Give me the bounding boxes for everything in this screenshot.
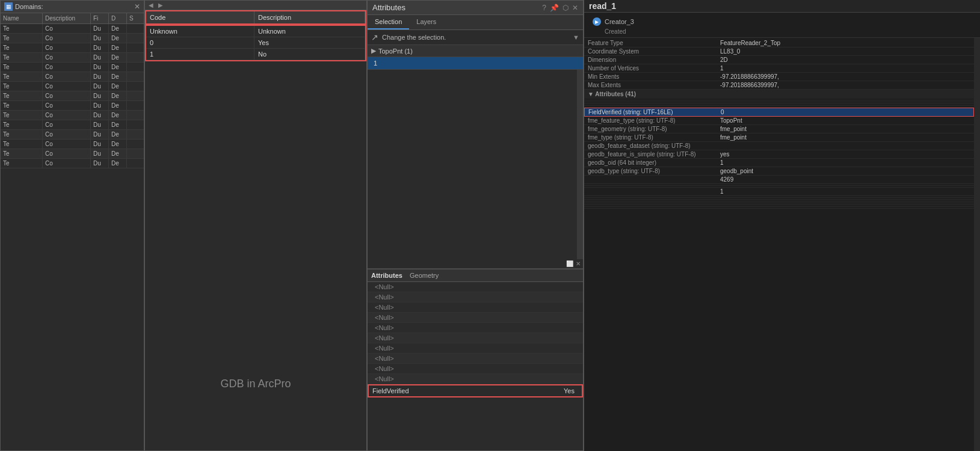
domains-cell-fi: Du bbox=[91, 140, 109, 149]
tab-layers[interactable]: Layers bbox=[409, 15, 443, 29]
dropdown-arrow-icon[interactable]: ▼ bbox=[573, 34, 579, 41]
code-col-desc[interactable]: Description bbox=[254, 11, 365, 23]
domains-cell-d: De bbox=[109, 34, 127, 43]
domains-col-s: S bbox=[127, 13, 145, 23]
null-row: <Null> bbox=[368, 282, 583, 292]
right-scrollbar[interactable] bbox=[974, 38, 980, 451]
domains-cell-d: De bbox=[109, 111, 127, 120]
attributes-title: Attributes bbox=[372, 3, 538, 12]
domains-cell-desc: Co bbox=[43, 34, 91, 43]
attributes-scroll-area[interactable] bbox=[368, 70, 583, 259]
code-cell-code: Unknown bbox=[146, 26, 254, 37]
code-table-header: Code Description bbox=[145, 10, 366, 25]
attributes-float-icon[interactable]: ⬡ bbox=[562, 4, 569, 12]
right-row-value: 2D bbox=[720, 57, 970, 63]
right-panel-row: FieldVerified (string: UTF-16LE) 0 bbox=[584, 108, 974, 117]
expand-icon[interactable]: ⬜ bbox=[566, 260, 573, 267]
right-row-label: geodb_oid (64 bit integer) bbox=[588, 159, 720, 166]
domains-cell-name: Te bbox=[1, 24, 43, 33]
domains-row[interactable]: Te Co Du De bbox=[1, 43, 144, 53]
domains-cell-d: De bbox=[109, 72, 127, 81]
domains-cell-desc: Co bbox=[43, 159, 91, 168]
domains-row[interactable]: Te Co Du De bbox=[1, 82, 144, 91]
attributes-pin-icon[interactable]: 📌 bbox=[550, 4, 559, 12]
domains-cell-fi: Du bbox=[91, 111, 109, 120]
attributes-close-icon[interactable]: ✕ bbox=[572, 4, 578, 12]
domains-cell-fi: Du bbox=[91, 101, 109, 110]
scroll-left-button[interactable]: ◀ bbox=[146, 2, 156, 8]
right-row-value: 0 bbox=[721, 109, 970, 115]
code-table-row[interactable]: 1 No bbox=[146, 49, 365, 60]
domains-row[interactable]: Te Co Du De bbox=[1, 111, 144, 120]
domains-cell-desc: Co bbox=[43, 130, 91, 139]
expand-arrow-icon[interactable]: ▶ bbox=[371, 47, 376, 55]
right-row-value: 1 bbox=[720, 188, 970, 195]
domains-cell-desc: Co bbox=[43, 120, 91, 129]
code-col-code[interactable]: Code bbox=[146, 11, 254, 23]
domains-cell-desc: Co bbox=[43, 63, 91, 72]
right-panel-row: fme_type (string: UTF-8) fme_point bbox=[584, 133, 974, 142]
domains-cell-desc: Co bbox=[43, 72, 91, 81]
right-row-label: fme_geometry (string: UTF-8) bbox=[588, 126, 720, 132]
right-panel-row: Number of Vertices 1 bbox=[584, 64, 974, 73]
domains-cell-fi: Du bbox=[91, 34, 109, 43]
creator-icon: ▶ bbox=[593, 17, 601, 26]
tab-selection[interactable]: Selection bbox=[368, 15, 409, 29]
domains-cell-d: De bbox=[109, 24, 127, 33]
domains-row[interactable]: Te Co Du De bbox=[1, 72, 144, 82]
domains-row[interactable]: Te Co Du De bbox=[1, 159, 144, 168]
layer-name-label: TopoPnt (1) bbox=[378, 48, 413, 55]
domains-row[interactable]: Te Co Du De bbox=[1, 53, 144, 63]
change-selection-label[interactable]: Change the selection. bbox=[382, 34, 569, 41]
domains-cell-name: Te bbox=[1, 53, 43, 62]
domains-row[interactable]: Te Co Du De bbox=[1, 149, 144, 159]
domains-cell-fi: Du bbox=[91, 24, 109, 33]
attributes-help-icon[interactable]: ? bbox=[542, 4, 546, 12]
domains-row[interactable]: Te Co Du De bbox=[1, 140, 144, 149]
domains-row[interactable]: Te Co Du De bbox=[1, 91, 144, 101]
domains-cell-d: De bbox=[109, 63, 127, 72]
tab-attributes-bottom[interactable]: Attributes bbox=[371, 272, 402, 279]
domains-cell-s bbox=[127, 111, 144, 120]
code-rows-border: Unknown Unknown 0 Yes 1 No bbox=[145, 25, 366, 61]
code-cell-desc: Unknown bbox=[254, 26, 365, 37]
domains-cell-s bbox=[127, 43, 144, 52]
right-panel-row: geodb_feature_dataset (string: UTF-8) bbox=[584, 142, 974, 150]
code-table-row[interactable]: 0 Yes bbox=[146, 37, 365, 49]
domains-close-button[interactable]: ✕ bbox=[134, 2, 140, 11]
domains-cell-s bbox=[127, 101, 144, 110]
right-row-value: fme_point bbox=[720, 126, 970, 132]
right-panel-row: geodb_feature_is_simple (string: UTF-8) … bbox=[584, 150, 974, 159]
domains-cell-s bbox=[127, 63, 144, 72]
topopnt-selected-row[interactable]: 1 bbox=[368, 57, 583, 70]
domains-row[interactable]: Te Co Du De bbox=[1, 120, 144, 130]
close-small-icon[interactable]: ✕ bbox=[576, 260, 581, 267]
domains-cell-name: Te bbox=[1, 43, 43, 52]
scroll-right-button[interactable]: ▶ bbox=[156, 2, 165, 8]
domains-row[interactable]: Te Co Du De bbox=[1, 130, 144, 140]
domains-cell-name: Te bbox=[1, 82, 43, 91]
right-row-label: fme_type (string: UTF-8) bbox=[588, 134, 720, 141]
domains-cell-name: Te bbox=[1, 91, 43, 100]
right-panel-title: read_1 bbox=[589, 1, 616, 11]
domains-row[interactable]: Te Co Du De bbox=[1, 63, 144, 72]
domains-cell-name: Te bbox=[1, 149, 43, 158]
right-panel-row: Coordinate System LL83_0 bbox=[584, 48, 974, 56]
code-cell-desc: Yes bbox=[254, 37, 365, 48]
domains-row[interactable]: Te Co Du De bbox=[1, 24, 144, 34]
domains-row[interactable]: Te Co Du De bbox=[1, 34, 144, 43]
domains-row[interactable]: Te Co Du De bbox=[1, 101, 144, 111]
creator-node: ▶ Creator_3 bbox=[588, 15, 976, 28]
tab-geometry[interactable]: Geometry bbox=[410, 272, 439, 279]
domains-cell-name: Te bbox=[1, 120, 43, 129]
right-panel-row: geodb_type (string: UTF-8) geodb_point bbox=[584, 167, 974, 176]
field-verified-row[interactable]: FieldVerified Yes bbox=[368, 384, 583, 397]
domains-cell-d: De bbox=[109, 140, 127, 149]
domains-cell-s bbox=[127, 91, 144, 100]
right-row-label: Dimension bbox=[588, 57, 720, 63]
code-table-row[interactable]: Unknown Unknown bbox=[146, 26, 365, 37]
right-row-label: Max Extents bbox=[588, 82, 720, 88]
domains-cell-desc: Co bbox=[43, 149, 91, 158]
gdb-label: GDB in ArcPro bbox=[220, 378, 291, 390]
attributes-scrollbar[interactable] bbox=[577, 70, 583, 259]
